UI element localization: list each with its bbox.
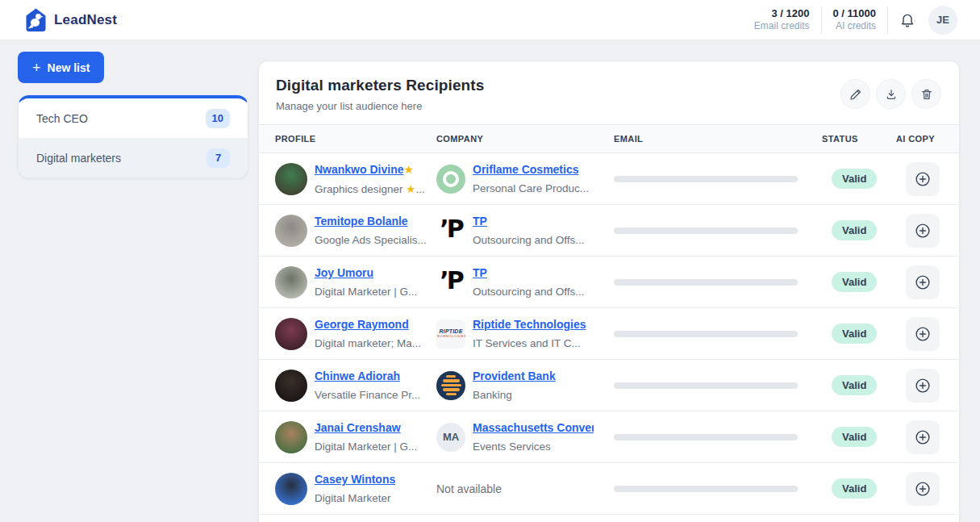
ai-copy-button[interactable] bbox=[906, 265, 940, 299]
company-name-link[interactable]: TP bbox=[473, 266, 487, 279]
leadnest-house-bird-icon bbox=[24, 7, 48, 32]
edit-list-button[interactable] bbox=[840, 79, 870, 109]
email-hidden-bar bbox=[614, 176, 798, 182]
email-hidden-bar bbox=[614, 486, 798, 492]
table-row: Joy Umoru Digital Marketer | G... ’P TP … bbox=[259, 257, 959, 308]
recipients-panel: Digital marketers Recipients Manage your… bbox=[258, 61, 960, 522]
user-avatar[interactable]: JE bbox=[928, 6, 957, 35]
email-hidden-bar bbox=[614, 279, 798, 286]
new-list-label: New list bbox=[48, 61, 90, 74]
notifications-button[interactable] bbox=[899, 11, 915, 29]
divider bbox=[887, 6, 888, 34]
status-badge: Valid bbox=[832, 220, 877, 240]
company-name-link[interactable]: Provident Bank bbox=[473, 370, 556, 382]
table-row: Janai Crenshaw Digital Marketer | G... M… bbox=[259, 411, 959, 463]
pencil-icon bbox=[849, 88, 862, 101]
column-header-email: EMAIL bbox=[614, 134, 822, 144]
table-row: Casey Wintons Digital Marketer Not avail… bbox=[259, 463, 959, 515]
lists-card: Tech CEO 10 Digital marketers 7 bbox=[18, 95, 248, 178]
table-row: Temitope Bolanle Google Ads Specialis...… bbox=[259, 205, 959, 257]
new-list-button[interactable]: + New list bbox=[18, 52, 104, 83]
circled-plus-icon bbox=[914, 325, 932, 343]
sidebar-list-item[interactable]: Tech CEO 10 bbox=[19, 98, 248, 138]
company-name-link[interactable]: TP bbox=[473, 215, 487, 228]
column-header-ai-copy: AI COPY bbox=[896, 134, 960, 144]
profile-avatar bbox=[275, 370, 307, 402]
company-subtitle: Outsourcing and Offs... bbox=[473, 286, 585, 298]
company-name-link[interactable]: Massachusetts Conven... bbox=[473, 421, 594, 434]
sidebar-list-item[interactable]: Digital marketers 7 bbox=[19, 138, 248, 177]
company-logo: ’P bbox=[436, 216, 465, 245]
delete-list-button[interactable] bbox=[911, 79, 941, 109]
brand-name: LeadNest bbox=[54, 12, 117, 28]
ai-copy-button[interactable] bbox=[906, 162, 940, 196]
company-not-available: Not available bbox=[436, 482, 502, 495]
email-credits-value: 3 / 1200 bbox=[772, 7, 810, 20]
profile-subtitle: Digital Marketer | G... bbox=[315, 441, 417, 453]
ai-credits-value: 0 / 11000 bbox=[833, 7, 877, 20]
table-row: Nwankwo Divine★ Graphics designer ★... O… bbox=[259, 153, 959, 205]
profile-subtitle: Digital Marketer | G... bbox=[315, 286, 417, 298]
page-title: Digital marketers Recipients bbox=[276, 77, 484, 94]
email-hidden-bar bbox=[614, 228, 798, 234]
ai-copy-button[interactable] bbox=[906, 214, 940, 248]
table-header: PROFILE COMPANY EMAIL STATUS AI COPY bbox=[259, 124, 959, 153]
profile-avatar bbox=[275, 318, 307, 350]
profile-name-link[interactable]: George Raymond bbox=[315, 318, 409, 331]
profile-avatar bbox=[275, 421, 307, 453]
profile-name-link[interactable]: Casey Wintons bbox=[315, 473, 395, 486]
ai-copy-button[interactable] bbox=[906, 369, 940, 403]
company-logo: RIPTIDETECHNOLOGIES bbox=[436, 319, 465, 349]
column-header-company: COMPANY bbox=[436, 134, 614, 144]
trash-icon bbox=[920, 88, 933, 101]
company-name-link[interactable]: Oriflame Cosmetics bbox=[473, 163, 579, 176]
column-header-profile: PROFILE bbox=[275, 134, 436, 144]
status-badge: Valid bbox=[832, 427, 877, 447]
profile-avatar bbox=[275, 215, 307, 247]
company-logo bbox=[436, 371, 465, 400]
topbar: LeadNest 3 / 1200 Email credits 0 / 1100… bbox=[0, 0, 980, 40]
company-logo: MA bbox=[436, 423, 465, 452]
profile-avatar bbox=[275, 266, 307, 299]
ai-copy-button[interactable] bbox=[906, 317, 940, 351]
star-icon: ★ bbox=[403, 163, 414, 176]
list-count-badge: 10 bbox=[206, 109, 230, 128]
profile-subtitle: Graphics designer ★... bbox=[315, 182, 425, 195]
table-row: Chinwe Adiorah Versatile Finance Pr... P… bbox=[259, 360, 959, 411]
profile-name-link[interactable]: Chinwe Adiorah bbox=[315, 370, 400, 382]
company-subtitle: Personal Care Produc... bbox=[473, 182, 589, 194]
email-hidden-bar bbox=[614, 382, 798, 389]
circled-plus-icon bbox=[914, 170, 932, 188]
profile-name-link[interactable]: Joy Umoru bbox=[315, 266, 373, 279]
company-subtitle: Events Services bbox=[473, 441, 594, 453]
status-badge: Valid bbox=[832, 375, 877, 395]
status-badge: Valid bbox=[832, 169, 877, 189]
download-list-button[interactable] bbox=[876, 79, 906, 109]
list-item-label: Digital marketers bbox=[36, 152, 121, 165]
company-logo bbox=[436, 165, 465, 194]
ai-copy-button[interactable] bbox=[906, 420, 940, 454]
page-subtitle: Manage your list audience here bbox=[276, 100, 484, 112]
profile-name-link[interactable]: Temitope Bolanle bbox=[315, 215, 408, 228]
table-body: Nwankwo Divine★ Graphics designer ★... O… bbox=[259, 153, 959, 515]
profile-subtitle: Google Ads Specialis... bbox=[315, 234, 427, 246]
status-badge: Valid bbox=[832, 478, 877, 499]
email-credits: 3 / 1200 Email credits bbox=[754, 7, 810, 32]
profile-name-link[interactable]: Janai Crenshaw bbox=[315, 421, 401, 434]
table-row: George Raymond Digital marketer; Ma... R… bbox=[259, 308, 959, 360]
company-subtitle: IT Services and IT C... bbox=[473, 337, 586, 349]
email-credits-label: Email credits bbox=[754, 20, 810, 32]
brand-logo[interactable]: LeadNest bbox=[24, 7, 117, 32]
ai-copy-button[interactable] bbox=[906, 472, 940, 506]
plus-icon: + bbox=[32, 61, 41, 75]
list-count-badge: 7 bbox=[206, 148, 230, 168]
profile-name-link[interactable]: Nwankwo Divine★ bbox=[315, 163, 414, 176]
ai-credits: 0 / 11000 AI credits bbox=[833, 7, 877, 32]
email-hidden-bar bbox=[614, 434, 798, 441]
profile-subtitle: Digital marketer; Ma... bbox=[315, 337, 421, 349]
circled-plus-icon bbox=[914, 428, 932, 446]
profile-subtitle: Digital Marketer bbox=[315, 492, 395, 504]
ai-credits-label: AI credits bbox=[836, 20, 876, 32]
list-item-label: Tech CEO bbox=[36, 112, 88, 125]
company-name-link[interactable]: Riptide Technologies bbox=[473, 318, 586, 331]
